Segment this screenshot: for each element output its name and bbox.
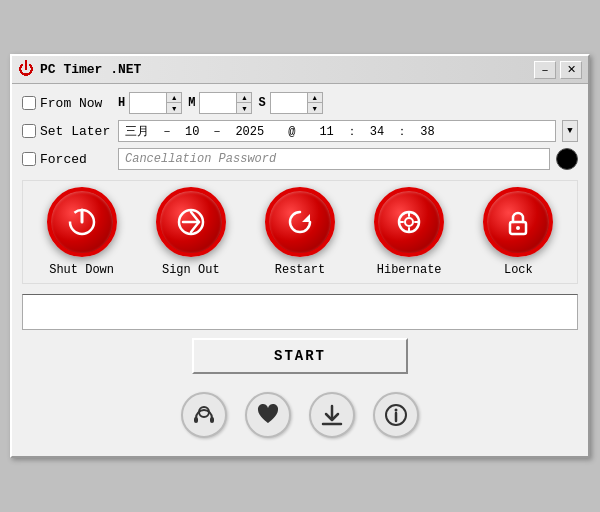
footer-row xyxy=(22,386,578,448)
hours-arrows: ▲ ▼ xyxy=(166,93,181,113)
heart-icon xyxy=(255,402,281,428)
close-button[interactable]: ✕ xyxy=(560,61,582,79)
lock-button[interactable] xyxy=(483,187,553,257)
minimize-button[interactable]: − xyxy=(534,61,556,79)
forced-checkbox[interactable] xyxy=(22,152,36,166)
action-shutdown[interactable]: Shut Down xyxy=(47,187,117,277)
row-set-later: Set Later 三月 － 10 － 2025 @ 11 ： 34 ： 38 … xyxy=(22,120,578,142)
set-later-option[interactable]: Set Later xyxy=(22,124,112,139)
hours-down[interactable]: ▼ xyxy=(167,103,181,113)
window-title: PC Timer .NET xyxy=(40,62,141,77)
signout-button[interactable] xyxy=(156,187,226,257)
power-icon xyxy=(64,204,100,240)
minutes-up[interactable]: ▲ xyxy=(237,93,251,103)
restart-label: Restart xyxy=(275,263,325,277)
minutes-spinbox: 0 ▲ ▼ xyxy=(199,92,252,114)
start-button[interactable]: START xyxy=(192,338,408,374)
forced-label: Forced xyxy=(40,152,87,167)
seconds-group: S 0 ▲ ▼ xyxy=(258,92,322,114)
app-icon: ⏻ xyxy=(18,60,34,79)
svg-point-11 xyxy=(516,226,520,230)
action-hibernate[interactable]: Hibernate xyxy=(374,187,444,277)
minutes-down[interactable]: ▼ xyxy=(237,103,251,113)
m-label: M xyxy=(188,96,195,110)
hours-group: H 0 ▲ ▼ xyxy=(118,92,182,114)
info-button[interactable] xyxy=(373,392,419,438)
h-label: H xyxy=(118,96,125,110)
start-btn-container: START xyxy=(22,338,578,374)
row-forced: Forced Cancellation Password xyxy=(22,148,578,170)
signout-icon xyxy=(173,204,209,240)
seconds-input[interactable]: 0 xyxy=(271,93,307,113)
lock-label: Lock xyxy=(504,263,533,277)
lock-icon xyxy=(500,204,536,240)
hours-spinbox: 0 ▲ ▼ xyxy=(129,92,182,114)
password-toggle-button[interactable] xyxy=(556,148,578,170)
donate-button[interactable] xyxy=(245,392,291,438)
signout-label: Sign Out xyxy=(162,263,220,277)
minutes-input[interactable]: 0 xyxy=(200,93,236,113)
set-later-checkbox[interactable] xyxy=(22,124,36,138)
svg-point-19 xyxy=(395,409,398,412)
title-controls: − ✕ xyxy=(534,61,582,79)
minutes-arrows: ▲ ▼ xyxy=(236,93,251,113)
hours-up[interactable]: ▲ xyxy=(167,93,181,103)
progress-area xyxy=(22,294,578,330)
seconds-arrows: ▲ ▼ xyxy=(307,93,322,113)
from-now-label: From Now xyxy=(40,96,102,111)
seconds-spinbox: 0 ▲ ▼ xyxy=(270,92,323,114)
download-icon xyxy=(319,402,345,428)
actions-row: Shut Down Sign Out xyxy=(22,180,578,284)
password-placeholder-text: Cancellation Password xyxy=(118,148,550,170)
support-button[interactable] xyxy=(181,392,227,438)
main-window: ⏻ PC Timer .NET − ✕ From Now H 0 ▲ ▼ xyxy=(10,54,590,458)
content-area: From Now H 0 ▲ ▼ M 0 ▲ ▼ xyxy=(12,84,588,456)
row-from-now: From Now H 0 ▲ ▼ M 0 ▲ ▼ xyxy=(22,92,578,114)
svg-point-5 xyxy=(405,218,413,226)
download-button[interactable] xyxy=(309,392,355,438)
seconds-up[interactable]: ▲ xyxy=(308,93,322,103)
svg-rect-13 xyxy=(194,417,198,423)
title-left: ⏻ PC Timer .NET xyxy=(18,60,141,79)
action-signout[interactable]: Sign Out xyxy=(156,187,226,277)
headset-icon xyxy=(191,402,217,428)
date-dropdown-arrow[interactable]: ▼ xyxy=(562,120,578,142)
action-restart[interactable]: Restart xyxy=(265,187,335,277)
hours-input[interactable]: 0 xyxy=(130,93,166,113)
restart-button[interactable] xyxy=(265,187,335,257)
restart-icon xyxy=(282,204,318,240)
seconds-down[interactable]: ▼ xyxy=(308,103,322,113)
shutdown-button[interactable] xyxy=(47,187,117,257)
svg-point-12 xyxy=(199,407,209,417)
hibernate-button[interactable] xyxy=(374,187,444,257)
title-bar: ⏻ PC Timer .NET − ✕ xyxy=(12,56,588,84)
svg-marker-3 xyxy=(302,214,310,222)
action-lock[interactable]: Lock xyxy=(483,187,553,277)
minutes-group: M 0 ▲ ▼ xyxy=(188,92,252,114)
svg-rect-14 xyxy=(210,417,214,423)
hibernate-icon xyxy=(391,204,427,240)
hibernate-label: Hibernate xyxy=(377,263,442,277)
s-label: S xyxy=(258,96,265,110)
date-display: 三月 － 10 － 2025 @ 11 ： 34 ： 38 xyxy=(118,120,556,142)
info-icon xyxy=(383,402,409,428)
from-now-option[interactable]: From Now xyxy=(22,96,112,111)
shutdown-label: Shut Down xyxy=(49,263,114,277)
set-later-label: Set Later xyxy=(40,124,110,139)
forced-option[interactable]: Forced xyxy=(22,152,112,167)
from-now-checkbox[interactable] xyxy=(22,96,36,110)
